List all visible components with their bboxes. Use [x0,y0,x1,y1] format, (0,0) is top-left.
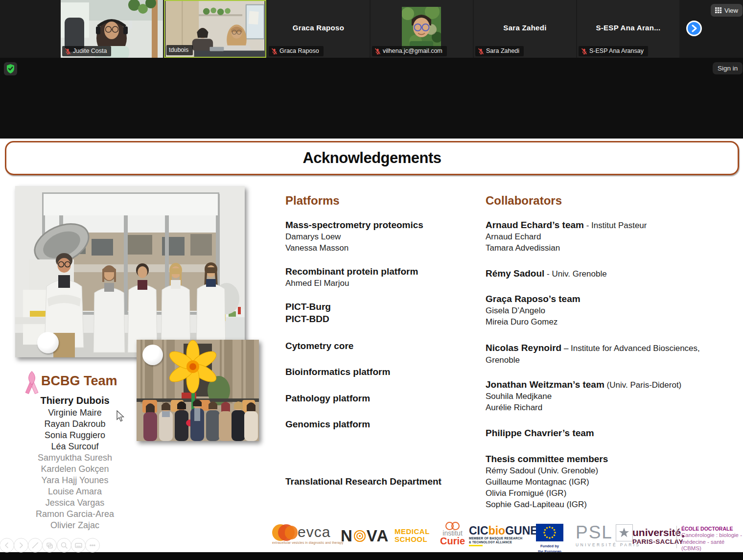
team-heading: BCBG Team [41,373,117,389]
collaborators-heading: Collaborators [486,194,562,208]
platform-group: Cytometry core [285,340,481,352]
chevron-right-icon [14,538,28,552]
participant-tile-judite[interactable]: Judite Costa [61,0,163,58]
previous-slide-button[interactable] [0,538,14,553]
participant-display-name: Graca Raposo [267,23,370,32]
team-member: Ramon Garcia-Area [16,509,134,520]
name-tag: Graca Raposo [269,46,324,56]
mic-muted-icon [65,48,71,55]
platform-group: Pathology platform [285,392,481,404]
mic-muted-icon [478,48,484,55]
mic-muted-icon [271,48,278,55]
captions-icon [71,538,85,552]
cic-underline [469,545,483,546]
participant-tile-tdubois[interactable]: tdubois [164,0,266,58]
team-member: Léa Surcouf [16,441,134,452]
collaborator-group: Jonathan Weitzman’s team (Univ. Paris-Di… [486,378,715,413]
sign-in-button[interactable]: Sign in [713,62,743,74]
collaborator-group: Arnaud Echard’s team - Institut Pasteur … [486,219,715,254]
evca-mark-icon [272,524,298,542]
pen-tool-button[interactable] [28,538,43,553]
name-tag: vilhena.jc@gmail.com [372,46,447,56]
team-member: Louise Amara [16,486,134,497]
view-button[interactable]: View [711,4,743,17]
nova-o-icon [354,530,366,542]
collaborator-group: Philippe Chavrier’s team [486,427,715,439]
participant-tile-vilhena[interactable]: vilhena.jc@gmail.com [371,0,473,58]
collaborator-group: Thesis committee members Rémy Sadoul (Un… [486,453,715,510]
platform-group: Genomics platform [285,418,481,430]
logo-evca: evca extracellular vesicles in diagnosti… [272,524,344,544]
participant-tile-graca[interactable]: Graca Raposo Graca Raposo [267,0,370,58]
team-member: Sonia Ruggiero [16,430,134,441]
logo-paris-saclay: université PARIS-SACLAY [632,528,683,545]
screen: Judite Costa [0,0,743,560]
logo-cic-biogune: CICbioGUNE MEMBER OF BASQUE RESEARCH & T… [469,525,538,546]
chevron-left-icon [0,538,14,552]
logo-nova-medical-school: MEDICAL SCHOOL [395,528,430,543]
next-slide-button[interactable] [14,538,28,553]
next-participants-button[interactable] [686,21,702,36]
decorative-circle [37,332,59,353]
page-title: Acknowledgements [302,149,441,167]
slides-icon [43,538,56,552]
eu-flag-icon [536,524,563,541]
name-tag: S-ESP Ana Aransay [579,46,648,56]
team-member: Yara Hajj Younes [16,475,134,486]
logo-ecole-doctorale: ÉCOLE DOCTORALE Cancérologie : biologie … [681,526,743,552]
collaborator-group: Graça Raposo’s team Gisela D’Angelo Mire… [486,293,715,327]
meeting-area: Judite Costa [0,0,743,139]
participant-name: vilhena.jc@gmail.com [383,47,442,55]
mouse-cursor [116,410,125,423]
ellipsis-icon [86,538,99,552]
team-member: Jessica Vargas [16,497,134,509]
more-options-button[interactable] [85,538,100,553]
logo-institut-curie: institut Curie [440,522,465,546]
pink-ribbon-icon [23,370,40,396]
platform-group: Recombinant protein platform Ahmed El Ma… [285,265,481,289]
shield-check-icon [6,64,15,74]
participant-name: Graca Raposo [279,47,319,55]
team-member: Thierry Dubois [16,395,134,407]
team-member: Rayan Dakroub [16,419,134,430]
logo-nova: N VA [341,527,389,545]
view-button-label: View [724,7,738,14]
captions-button[interactable] [71,538,86,553]
platform-group: Mass-spectrometry proteomics Damarys Loe… [285,219,481,254]
collaborator-group: Nicolas Reynoird – Institute for Advance… [486,342,715,366]
team-member: Kardelen Gokçen [16,464,134,475]
team-member: Virginie Maire [16,407,134,419]
team-member-list: Thierry Dubois Virginie Maire Rayan Dakr… [16,395,134,531]
bottom-black-bar [0,552,743,560]
mic-muted-icon [374,48,381,55]
chevron-right-icon [691,24,697,32]
collaborator-group: Rémy Sadoul - Univ. Grenoble [486,267,715,280]
slide-title-box: Acknowledgements [5,141,739,175]
platforms-heading: Platforms [285,194,340,208]
zoom-slide-button[interactable] [57,538,71,553]
security-shield-icon[interactable] [4,62,17,75]
participant-name: S-ESP Ana Aransay [589,47,644,55]
pen-icon [28,538,42,552]
grid-icon [715,7,722,13]
participant-tile-ana[interactable]: S-ESP Ana Aran... S-ESP Ana Aransay [577,0,679,58]
logo-psl: PSL UNIVERSITÉ PARIS [576,524,641,547]
mic-muted-icon [581,48,587,55]
decorative-circle [142,345,163,365]
team-member: Samyuktha Suresh [16,452,134,464]
participant-name: Judite Costa [73,47,107,55]
psl-star-icon [616,524,633,541]
name-tag: Judite Costa [62,46,111,56]
logo-divider [676,526,677,548]
presentation-slide: Acknowledgements [0,139,743,552]
name-tag: tdubois [166,45,193,55]
team-member: Olivier Zajac [16,520,134,531]
participant-name: tdubois [169,47,188,54]
participant-tile-sara[interactable]: Sara Zahedi Sara Zahedi [474,0,576,58]
platform-group: Translational Research Department [285,475,481,488]
participant-name: Sara Zahedi [486,47,519,55]
name-tag: Sara Zahedi [475,46,524,56]
slide-navigator-button[interactable] [42,538,57,553]
platform-group: PICT-Burg PICT-BDD [285,301,481,325]
participant-strip: Judite Costa [0,0,743,58]
